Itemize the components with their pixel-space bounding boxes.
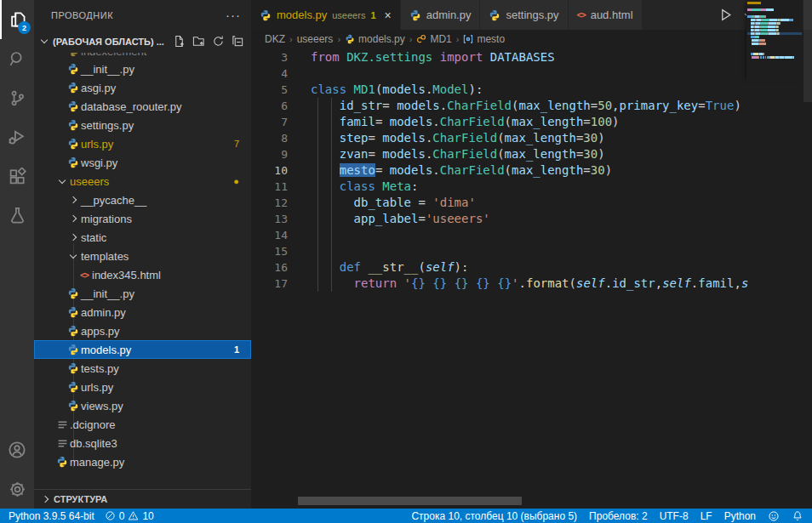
code-line-9[interactable]: 9 zvan= models.CharField(max_length=30) <box>251 146 812 162</box>
code-line-11[interactable]: 11 class Meta: <box>251 179 812 195</box>
python-file-icon <box>56 456 68 468</box>
line-text: class MD1(models.Model): <box>311 82 812 98</box>
tree-item-database-roouter-py[interactable]: database_roouter.py <box>34 97 251 116</box>
minimap[interactable] <box>746 0 803 82</box>
tree-item-label: index345.html <box>92 269 161 281</box>
tree-item-label: views.py <box>81 400 123 412</box>
warning-count: 10 <box>142 510 153 522</box>
outline-section-header[interactable]: СТРУКТУРА <box>34 489 251 509</box>
python-interpreter-status[interactable]: Python 3.9.5 64-bit <box>9 510 94 522</box>
account-icon[interactable] <box>0 430 34 469</box>
code-editor[interactable]: 3from DKZ.settings import DATABASES45cla… <box>251 48 812 509</box>
run-python-file-icon[interactable] <box>718 8 733 22</box>
eol-status[interactable]: LF <box>700 510 712 522</box>
tree-item-tests-py[interactable]: tests.py <box>34 359 251 378</box>
line-text: famil= models.CharField(max_length=100) <box>311 114 812 130</box>
tab-settings-py[interactable]: settings.py <box>480 0 568 30</box>
breadcrumb-label: DKZ <box>265 33 285 45</box>
tree-item-db-sqlite3[interactable]: db.sqlite3 <box>34 434 251 452</box>
minimap-line <box>747 53 802 55</box>
code-line-4[interactable]: 4 <box>251 65 812 82</box>
workspace-section-header[interactable]: (РАБОЧАЯ ОБЛАСТЬ) ... <box>34 30 251 53</box>
horizontal-scrollbar[interactable] <box>298 497 522 505</box>
tree-item-wsgi-py[interactable]: wsgi.py <box>34 153 251 172</box>
tree-item-asgi-py[interactable]: asgi.py <box>34 78 251 97</box>
code-line-12[interactable]: 12 db_table = 'dima' <box>251 195 812 211</box>
breadcrumb-item-mesto[interactable]: mesto <box>463 33 505 45</box>
code-line-3[interactable]: 3from DKZ.settings import DATABASES <box>251 49 812 65</box>
code-line-7[interactable]: 7 famil= models.CharField(max_length=100… <box>251 114 812 130</box>
code-line-17[interactable]: 17 return '{} {} {} {} {}'.format(self.i… <box>251 276 812 292</box>
testing-icon[interactable] <box>0 196 34 235</box>
line-number: 16 <box>251 259 311 276</box>
search-icon[interactable] <box>0 39 34 78</box>
tree-item-manage-py[interactable]: manage.py <box>34 452 251 471</box>
explorer-icon[interactable]: 2 <box>0 0 34 39</box>
code-line-13[interactable]: 13 app_label='useeers' <box>251 211 812 227</box>
new-folder-icon[interactable] <box>192 35 205 48</box>
indentation-status[interactable]: Пробелов: 2 <box>589 510 648 522</box>
line-number: 6 <box>251 98 311 114</box>
tree-item-index345-html[interactable]: <>index345.html <box>34 265 251 284</box>
tab-label: models.py <box>277 9 327 21</box>
tree-item--pycache-[interactable]: __pycache__ <box>34 190 251 209</box>
feedback-icon[interactable] <box>768 510 780 522</box>
minimap-line <box>747 15 802 18</box>
tree-item--dcignore[interactable]: .dcignore <box>34 415 251 434</box>
close-tab-icon[interactable]: × <box>385 9 392 22</box>
extensions-icon[interactable] <box>0 156 34 196</box>
run-debug-icon[interactable] <box>0 117 34 156</box>
code-line-6[interactable]: 6 id_str= models.CharField(max_length=50… <box>251 98 812 114</box>
file-tree: indexelement__init__.pyasgi.pydatabase_r… <box>34 53 251 489</box>
tree-item-templates[interactable]: templates <box>34 247 251 265</box>
code-line-5[interactable]: 5class MD1(models.Model): <box>251 82 812 98</box>
source-control-icon[interactable] <box>0 78 34 117</box>
tree-item-admin-py[interactable]: admin.py <box>34 303 251 321</box>
problems-status[interactable]: 0 10 <box>105 510 154 522</box>
tab-admin-py[interactable]: admin.py <box>401 0 481 30</box>
collapse-all-icon[interactable] <box>232 35 244 48</box>
tree-item--init-py[interactable]: __init__.py <box>34 60 251 78</box>
tab-aud-html[interactable]: <>aud.html <box>569 0 643 30</box>
line-number: 17 <box>251 276 311 292</box>
line-text: mesto= models.CharField(max_length=30) <box>311 162 812 179</box>
explorer-more-actions-icon[interactable]: ··· <box>226 8 241 22</box>
cursor-position-status[interactable]: Строка 10, столбец 10 (выбрано 5) <box>411 510 577 522</box>
notifications-bell-icon[interactable] <box>792 510 803 522</box>
vertical-scrollbar[interactable] <box>803 0 812 102</box>
settings-gear-icon[interactable] <box>0 469 34 509</box>
code-line-16[interactable]: 16 def __str__(self): <box>251 259 812 276</box>
tab-models-py[interactable]: models.pyuseeers1× <box>251 0 401 30</box>
line-text: id_str= models.CharField(max_length=50,p… <box>311 98 812 114</box>
new-file-icon[interactable] <box>173 35 186 48</box>
tree-item-models-py[interactable]: models.py1 <box>34 340 251 359</box>
editor-group: models.pyuseeers1×admin.pysettings.py<>a… <box>251 0 812 509</box>
tree-item-label: static <box>81 231 106 244</box>
tree-item-apps-py[interactable]: apps.py <box>34 321 251 340</box>
refresh-icon[interactable] <box>212 35 225 48</box>
breadcrumb-item-models-py[interactable]: models.py <box>345 33 405 45</box>
breadcrumb-item-dkz[interactable]: DKZ <box>265 33 285 45</box>
tree-item-urls-py[interactable]: urls.py7 <box>34 134 251 153</box>
breadcrumb-item-md1[interactable]: MD1 <box>416 33 451 45</box>
minimap-line <box>747 32 802 35</box>
python-file-icon <box>260 9 272 21</box>
line-text: from DKZ.settings import DATABASES <box>311 49 812 65</box>
breadcrumb-label: models.py <box>358 33 405 45</box>
tree-item-settings-py[interactable]: settings.py <box>34 116 251 134</box>
tree-item--init-py[interactable]: __init__.py <box>34 284 251 303</box>
code-line-14[interactable]: 14 <box>251 227 812 243</box>
breadcrumb-item-useeers[interactable]: useeers <box>297 33 334 45</box>
tree-item-indexelement[interactable]: indexelement <box>34 53 251 60</box>
code-line-15[interactable]: 15 <box>251 243 812 259</box>
tree-item-migrations[interactable]: migrations <box>34 209 251 228</box>
language-mode-status[interactable]: Python <box>724 510 756 522</box>
tree-item-useeers[interactable]: useeers● <box>34 172 251 190</box>
tree-item-urls-py[interactable]: urls.py <box>34 378 251 396</box>
tree-item-views-py[interactable]: views.py <box>34 396 251 415</box>
tree-item-label: migrations <box>81 213 132 225</box>
encoding-status[interactable]: UTF-8 <box>660 510 689 522</box>
code-line-10[interactable]: 10 mesto= models.CharField(max_length=30… <box>251 162 812 179</box>
code-line-8[interactable]: 8 step= models.CharField(max_length=30) <box>251 130 812 146</box>
tree-item-static[interactable]: static <box>34 228 251 247</box>
